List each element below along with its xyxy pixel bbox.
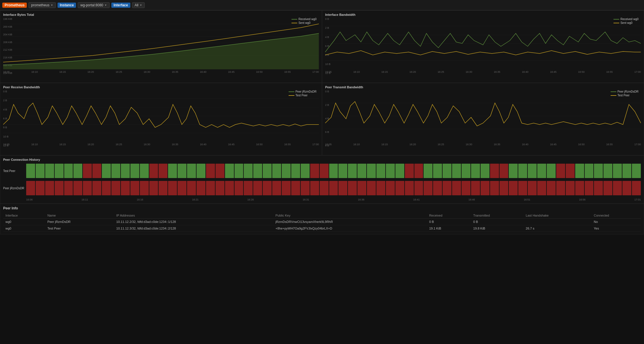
conn-bar (585, 164, 594, 178)
conn-bar (613, 164, 622, 178)
conn-bar (64, 181, 73, 195)
conn-bar (594, 164, 603, 178)
conn-bar (102, 164, 111, 178)
row1-received: 0 B (427, 219, 471, 225)
row1-name: Peer jRzmDsDR (45, 219, 114, 225)
conn-bar (301, 164, 310, 178)
conn-bar (585, 181, 594, 195)
conn-bar (490, 181, 499, 195)
conn-bar (121, 181, 130, 195)
main-grid: Interface Bytes Total 224 KiB 220 KiB 21… (0, 10, 644, 234)
peer-transmit-panel: Peer Transmit Bandwidth 8 B 6 B 4 B 2 B … (322, 83, 644, 155)
conn-bar (622, 181, 631, 195)
peer-receive-title: Peer Receive Bandwidth (3, 85, 319, 89)
conn-bar (64, 164, 73, 178)
conn-bar (603, 164, 612, 178)
conn-bar (452, 181, 461, 195)
conn-bar (367, 164, 376, 178)
conn-bar (424, 181, 432, 195)
conn-bar (55, 164, 64, 178)
conn-bar (395, 181, 404, 195)
conn-bar (197, 164, 205, 178)
bytes-total-legend: Received wg0 Sent wg0 (291, 18, 317, 24)
conn-bar (235, 181, 243, 195)
conn-bar (225, 164, 234, 178)
col-ip: IP Addresses (114, 213, 273, 219)
conn-bar (310, 181, 319, 195)
conn-bar (168, 164, 177, 178)
conn-bar (348, 164, 357, 178)
instance-select[interactable]: wg-portal:8080 ▼ (78, 2, 109, 8)
conn-bar (471, 164, 480, 178)
row1-handshake (523, 219, 592, 225)
table-row: wg0 Test Peer 10.11.12.3/32, fdfd:d3ad:c… (3, 225, 641, 232)
pr-chart (3, 90, 319, 142)
conn-bar (92, 164, 101, 178)
conn-bar (73, 181, 82, 195)
conn-bar (575, 181, 584, 195)
conn-bar (301, 181, 310, 195)
conn-bar (130, 164, 139, 178)
conn-bar (376, 164, 385, 178)
conn-bar (140, 181, 149, 195)
interface-select[interactable]: All ▼ (132, 2, 145, 8)
conn-bar (386, 164, 395, 178)
conn-bar (26, 164, 35, 178)
conn-bar (481, 181, 489, 195)
bytes-total-x-axis: 16:0516:1016:15 16:2016:2516:30 16:3516:… (3, 70, 319, 73)
conn-bar (187, 164, 196, 178)
conn-bar (320, 181, 329, 195)
conn-bar (518, 164, 527, 178)
conn-bar (121, 164, 130, 178)
conn-bar (45, 181, 54, 195)
conn-bar (603, 181, 612, 195)
conn-bar (253, 181, 262, 195)
conn-bar (613, 181, 622, 195)
prometheus-badge[interactable]: Prometheus (2, 3, 27, 8)
conn-bar (338, 164, 347, 178)
conn-bar (414, 181, 423, 195)
ib-legend: Received wg0 Sent wg0 (613, 18, 639, 24)
interface-bandwidth-panel: Interface Bandwidth 12 B 10 B 8 B 6 B 4 … (322, 10, 644, 83)
conn-bar (272, 164, 281, 178)
peer-jrzm-label: Peer jRzmDsDR (3, 187, 26, 190)
conn-bar (509, 181, 518, 195)
conn-bar (471, 181, 480, 195)
conn-bar (414, 164, 423, 178)
pr-legend: Peer jRzmDsDR Test Peer (289, 90, 317, 97)
row1-pubkey: jRzmDsDRVnwCt13vsyamXherk9L9RhR (273, 219, 427, 225)
conn-bar (556, 164, 565, 178)
conn-bar (528, 164, 537, 178)
conn-bar (73, 164, 82, 178)
col-handshake: Last Handshake (523, 213, 592, 219)
conn-bar (348, 181, 357, 195)
ib-chart (325, 18, 641, 69)
conn-bar (244, 164, 253, 178)
conn-bar (386, 181, 395, 195)
row2-connected: Yes (592, 225, 641, 232)
conn-bar (55, 181, 64, 195)
bytes-total-title: Interface Bytes Total (3, 13, 319, 16)
conn-bar (263, 181, 272, 195)
conn-bar (594, 181, 603, 195)
conn-bar (149, 164, 158, 178)
conn-bar (547, 164, 556, 178)
conn-bar (140, 164, 149, 178)
conn-bar (291, 181, 300, 195)
conn-bar (500, 181, 508, 195)
conn-bar (178, 164, 186, 178)
conn-bar (556, 181, 565, 195)
conn-bar (159, 181, 167, 195)
interface-badge[interactable]: Interface (111, 3, 130, 8)
conn-bar (452, 164, 461, 178)
conn-bar (282, 181, 291, 195)
conn-bar (367, 181, 376, 195)
conn-bar (462, 181, 470, 195)
prometheus-select[interactable]: prometheus ▼ (28, 2, 56, 8)
test-peer-label: Test Peer (3, 169, 26, 173)
conn-bar (329, 164, 338, 178)
conn-bar (320, 164, 329, 178)
conn-row-peer-jrzm: Peer jRzmDsDR (3, 181, 641, 195)
row1-connected: No (592, 219, 641, 225)
instance-badge[interactable]: Instance (58, 3, 76, 8)
